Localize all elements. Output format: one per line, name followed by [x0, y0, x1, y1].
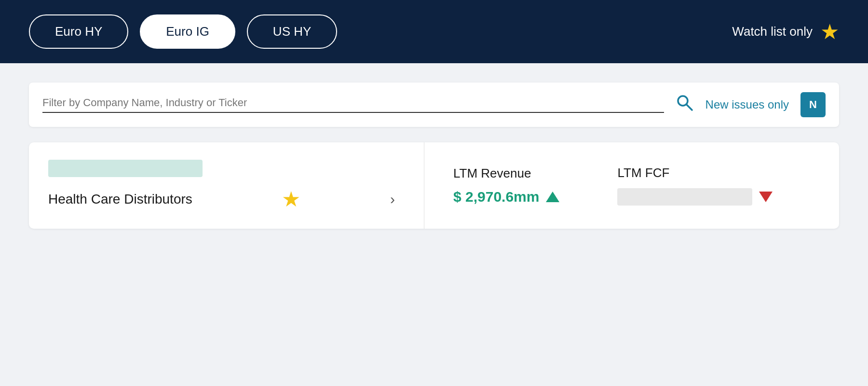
tab-euro-ig[interactable]: Euro IG [140, 14, 235, 49]
tab-euro-hy[interactable]: Euro HY [29, 14, 128, 49]
ltm-fcf-value-row [617, 188, 773, 206]
search-bar: New issues only N [29, 83, 839, 127]
metric-ltm-fcf: LTM FCF [617, 165, 773, 206]
ltm-fcf-label: LTM FCF [617, 165, 773, 180]
fcf-trend-down-icon [759, 192, 773, 202]
tab-us-hy[interactable]: US HY [247, 14, 337, 49]
main-content: New issues only N Health Care Distributo… [0, 63, 868, 248]
ltm-revenue-value: $ 2,970.6mm [453, 189, 539, 205]
watchlist-section: Watch list only ★ [732, 19, 839, 44]
company-name-bar [48, 160, 203, 177]
header: Euro HY Euro IG US HY Watch list only ★ [0, 0, 868, 63]
watchlist-label: Watch list only [732, 24, 813, 39]
svg-line-1 [686, 104, 692, 110]
ltm-revenue-label: LTM Revenue [453, 166, 559, 181]
card-chevron-icon[interactable]: › [390, 191, 395, 207]
ltm-revenue-value-row: $ 2,970.6mm [453, 189, 559, 205]
card-industry: Health Care Distributors [48, 192, 192, 207]
card-star-icon[interactable]: ★ [282, 187, 300, 211]
revenue-trend-up-icon [546, 192, 559, 202]
search-input[interactable] [42, 96, 664, 113]
new-issues-button[interactable]: N [800, 92, 826, 117]
ltm-fcf-bar [617, 188, 752, 206]
watchlist-star-icon[interactable]: ★ [820, 19, 839, 44]
card-right-section: LTM Revenue $ 2,970.6mm LTM FCF [424, 142, 839, 229]
card-left-section: Health Care Distributors ★ › [29, 142, 424, 229]
card-left-inner: Health Care Distributors ★ › [48, 187, 405, 211]
company-card: Health Care Distributors ★ › LTM Revenue… [29, 142, 839, 229]
search-icon[interactable] [676, 94, 694, 116]
new-issues-label[interactable]: New issues only [705, 98, 789, 111]
metric-ltm-revenue: LTM Revenue $ 2,970.6mm [453, 166, 559, 205]
